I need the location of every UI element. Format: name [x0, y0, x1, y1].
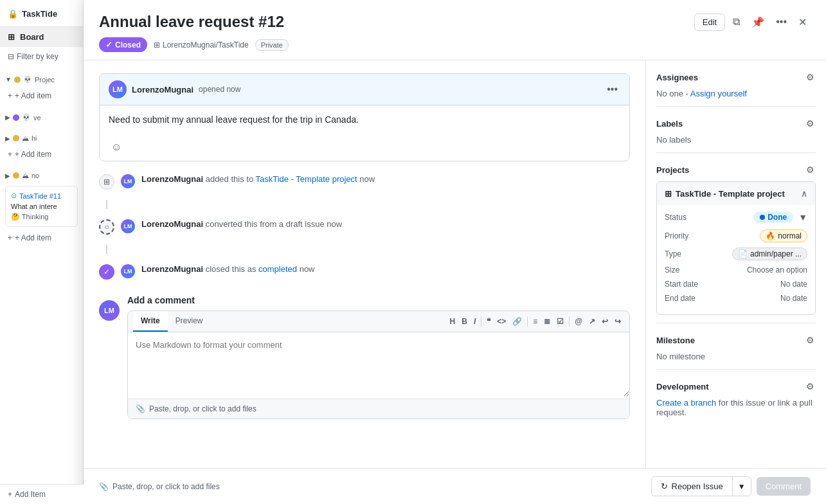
pin-button[interactable]: 📌 — [748, 14, 768, 31]
status-label: Closed — [115, 40, 141, 50]
footer-attach: 📎 Paste, drop, or click to add files — [99, 482, 220, 491]
reopen-issue-button[interactable]: ↻ Reopen Issue — [652, 477, 732, 496]
toolbar-redo[interactable]: ↪ — [611, 314, 624, 328]
add-comment-title: Add a comment — [127, 295, 630, 305]
add-item-project[interactable]: + + Add item — [0, 87, 83, 104]
paperclip-icon: 📎 — [136, 404, 145, 413]
projects-gear-button[interactable]: ⚙ — [805, 163, 816, 176]
footer-attach-text: Paste, drop, or click to add files — [112, 482, 220, 491]
timeline-avatar-1: LM — [121, 174, 135, 188]
visibility-badge: Private — [255, 39, 289, 51]
labels-gear-button[interactable]: ⚙ — [805, 117, 816, 130]
toolbar-task[interactable]: ☑ — [553, 314, 567, 328]
current-user-avatar: LM — [99, 300, 120, 321]
toolbar-undo[interactable]: ↩ — [598, 314, 611, 328]
emoji-react-button[interactable]: ☺ — [109, 139, 124, 156]
toolbar-link[interactable]: 🔗 — [509, 314, 525, 328]
collapse-no[interactable]: ▶ ⛰ no — [0, 168, 83, 183]
reopen-label: Reopen Issue — [672, 482, 723, 491]
assignees-gear-button[interactable]: ⚙ — [805, 71, 816, 84]
end-date-label: End date — [665, 294, 696, 303]
timeline-connector-1 — [106, 200, 107, 209]
toolbar-heading[interactable]: H — [447, 314, 459, 328]
timeline-link-1[interactable]: TaskTide - Template project — [256, 174, 357, 184]
comment-textarea[interactable] — [128, 332, 629, 397]
timeline-connector-2 — [106, 245, 107, 254]
timeline-avatar-2: LM — [121, 219, 135, 233]
no-color-dot — [13, 172, 19, 179]
assignees-title: Assignees — [656, 73, 698, 82]
copy-button[interactable]: ⧉ — [729, 14, 744, 30]
comment-more-button[interactable]: ••• — [604, 82, 620, 96]
create-branch-link[interactable]: Create a branch — [656, 398, 716, 408]
issue-modal: Annual leave request #12 Edit ⧉ 📌 ••• ✕ … — [84, 0, 826, 504]
repo-link[interactable]: ⊞ LorenzoMugnai/TaskTide — [154, 40, 249, 50]
comment-action: opened now — [199, 85, 240, 94]
bottom-add-item-bar[interactable]: + Add Item — [0, 484, 84, 504]
toolbar-code[interactable]: <> — [494, 314, 509, 328]
toolbar-divider-3 — [569, 316, 570, 327]
status-badge: ✓ Closed — [99, 37, 147, 52]
divider-2 — [656, 152, 816, 153]
collapse-project[interactable]: ▼ 💀 Projec — [0, 71, 83, 87]
sidebar: 🔒 TaskTide ⊞ Board ⊟ Filter by key ▼ 💀 P… — [0, 0, 84, 504]
toolbar-ol[interactable]: ≣ — [541, 314, 553, 328]
reopen-dropdown-button[interactable]: ▼ — [733, 477, 751, 496]
toolbar-quote[interactable]: ❝ — [483, 314, 494, 328]
toolbar-italic[interactable]: I — [471, 314, 479, 328]
project-name-text: TaskTide - Template project — [676, 189, 785, 199]
toolbar-ref[interactable]: ↗ — [586, 314, 598, 328]
chevron-right-icon: ▶ — [5, 114, 10, 121]
development-gear-button[interactable]: ⚙ — [805, 380, 816, 393]
filter-bar[interactable]: ⊟ Filter by key — [0, 47, 83, 66]
end-date-value[interactable]: No date — [780, 294, 807, 303]
repo-name: LorenzoMugnai/TaskTide — [163, 40, 249, 50]
comment-text: Need to submit my annual leave request f… — [109, 114, 620, 125]
end-date-row: End date No date — [665, 294, 807, 303]
hi-label: hi — [31, 134, 37, 142]
reopen-icon: ↻ — [661, 482, 668, 491]
add-item-no[interactable]: + + Add item — [0, 230, 83, 246]
timeline-link-3[interactable]: completed — [258, 264, 297, 274]
repo-icon: ⊞ — [154, 40, 160, 50]
status-done-text: Done — [768, 213, 787, 222]
edit-button[interactable]: Edit — [694, 14, 725, 31]
collapse-hi[interactable]: ▶ ⛰ hi — [0, 130, 83, 146]
grid-timeline-icon: ⊞ — [99, 174, 114, 190]
milestone-gear-button[interactable]: ⚙ — [805, 334, 816, 346]
modal-title-row: Annual leave request #12 Edit ⧉ 📌 ••• ✕ — [99, 13, 811, 31]
write-tab[interactable]: Write — [133, 311, 168, 332]
status-dropdown-button[interactable]: ▼ — [798, 212, 807, 222]
size-value[interactable]: Choose an option — [747, 266, 807, 274]
toolbar-divider-2 — [527, 316, 528, 327]
timeline-actor-2: LorenzoMugnai — [141, 219, 203, 229]
bottom-add-item-label: Add Item — [15, 490, 46, 499]
start-date-value[interactable]: No date — [780, 280, 807, 289]
sidebar-item-board[interactable]: ⊞ Board — [0, 27, 83, 47]
comment-editor: Write Preview H B I ❝ <> — [127, 310, 630, 419]
modal-body: LM LorenzoMugnai opened now ••• Need to … — [84, 60, 826, 468]
add-item-hi[interactable]: + + Add item — [0, 146, 83, 163]
toolbar-ul[interactable]: ≡ — [530, 314, 541, 328]
toolbar-bold[interactable]: B — [458, 314, 471, 328]
timeline-text-2: LorenzoMugnai converted this from a draf… — [141, 219, 342, 229]
timeline-item-1: ⊞ LM LorenzoMugnai added this to TaskTid… — [99, 174, 630, 190]
close-button[interactable]: ✕ — [795, 14, 811, 31]
board-icon: ⊞ — [8, 32, 15, 42]
assign-yourself-link[interactable]: Assign yourself — [690, 89, 747, 98]
notification-card[interactable]: ⊙ TaskTide #11 What an intere 🤔 Thinking — [5, 186, 78, 227]
author-avatar: LM — [109, 80, 127, 98]
toolbar-mention[interactable]: @ — [571, 314, 586, 328]
sidebar-item-board-label: Board — [20, 32, 44, 42]
start-date-row: Start date No date — [665, 280, 807, 289]
more-button[interactable]: ••• — [772, 14, 791, 30]
preview-tab[interactable]: Preview — [168, 311, 211, 332]
add-item2-label: + Add item — [15, 150, 51, 159]
done-dot — [760, 215, 765, 220]
project-label: Projec — [35, 76, 55, 84]
comment-submit-button[interactable]: Comment — [757, 477, 811, 496]
project-collapse-button[interactable]: ∧ — [801, 188, 807, 199]
collapse-ve[interactable]: ▶ 💀 ve — [0, 109, 83, 125]
milestone-value: No milestone — [656, 352, 816, 361]
plus3-icon: + — [8, 233, 12, 242]
